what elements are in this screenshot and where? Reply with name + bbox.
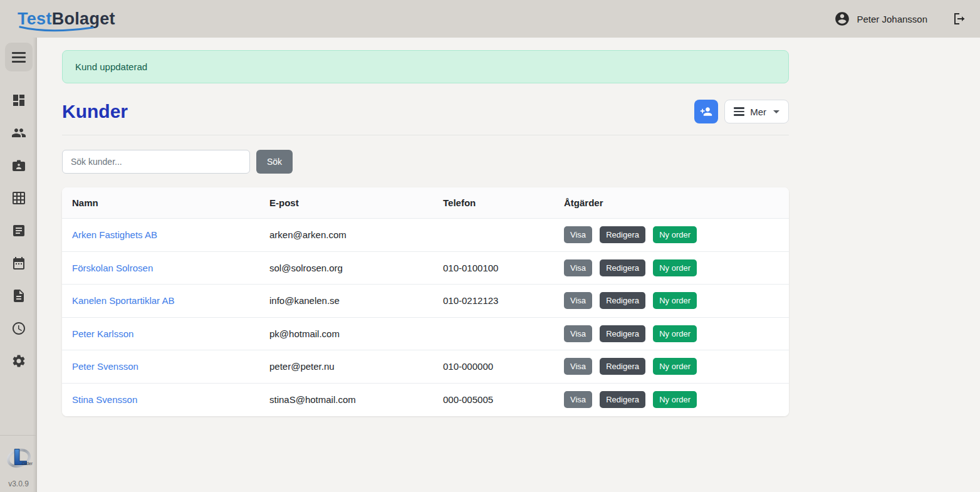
column-header-email: E-post [259, 187, 433, 218]
logout-icon [951, 11, 966, 26]
article-icon[interactable] [11, 223, 26, 238]
sidebar-divider [0, 435, 37, 436]
table-row: Arken Fastighets AB arken@arken.com Visa… [62, 219, 789, 252]
customer-name-link[interactable]: Arken Fastighets AB [72, 229, 157, 240]
search-button[interactable]: Sök [256, 150, 293, 174]
customer-phone: 000-005005 [433, 394, 554, 405]
customer-name-link[interactable]: Stina Svensson [72, 394, 137, 405]
calendar-icon[interactable] [11, 256, 26, 271]
visa-button[interactable]: Visa [564, 226, 592, 243]
section-divider [62, 135, 789, 135]
badge-icon[interactable] [11, 158, 26, 173]
customer-name-link[interactable]: Peter Karlsson [72, 328, 133, 339]
table-row: Kanelen Sportartiklar AB info@kanelen.se… [62, 285, 789, 318]
table-row: Förskolan Solrosen sol@solrosen.org 010-… [62, 252, 789, 285]
clock-icon[interactable] [11, 321, 26, 336]
ny-order-button[interactable]: Ny order [653, 358, 697, 375]
people-icon[interactable] [11, 125, 26, 140]
user-area: Peter Johansson [834, 11, 966, 27]
customers-table: Namn E-post Telefon Åtgärder Arken Fasti… [62, 187, 789, 416]
visa-button[interactable]: Visa [564, 358, 592, 375]
menu-toggle-button[interactable] [5, 43, 33, 71]
customer-email: sol@solrosen.org [259, 263, 433, 273]
customer-name-link[interactable]: Peter Svensson [72, 361, 138, 372]
settings-icon[interactable] [11, 353, 26, 369]
top-bar: TestBolaget Peter Johansson [0, 0, 980, 38]
user-name: Peter Johansson [857, 14, 927, 24]
sidebar-nav [0, 93, 37, 369]
account-circle-icon [834, 11, 850, 27]
customer-phone: 010-000000 [433, 361, 554, 372]
redigera-button[interactable]: Redigera [600, 391, 645, 408]
column-header-phone: Telefon [433, 187, 554, 218]
redigera-button[interactable]: Redigera [600, 325, 645, 342]
more-button-label: Mer [750, 107, 766, 117]
customer-name-link[interactable]: Förskolan Solrosen [72, 263, 153, 273]
version-label: v3.0.9 [0, 479, 37, 488]
list-icon [734, 107, 744, 116]
page-title: Kunder [62, 101, 128, 122]
more-button[interactable]: Mer [724, 100, 789, 123]
redigera-button[interactable]: Redigera [600, 259, 645, 276]
logo-swoosh [19, 26, 95, 33]
ny-order-button[interactable]: Ny order [653, 391, 697, 408]
sidebar: Order v3.0.9 [0, 38, 37, 492]
logout-button[interactable] [951, 11, 966, 26]
menu-icon [12, 52, 26, 54]
customer-email: stinaS@hotmail.com [259, 394, 433, 405]
customer-phone: 010-0212123 [433, 295, 554, 306]
visa-button[interactable]: Visa [564, 259, 592, 276]
customer-email: peter@peter.nu [259, 361, 433, 372]
ny-order-button[interactable]: Ny order [653, 259, 697, 276]
person-add-icon [700, 105, 712, 118]
ny-order-button[interactable]: Ny order [653, 226, 697, 243]
visa-button[interactable]: Visa [564, 325, 592, 342]
customer-email: pk@hotmail.com [259, 328, 433, 339]
dashboard-icon[interactable] [11, 93, 26, 108]
table-header-row: Namn E-post Telefon Åtgärder [62, 187, 789, 219]
table-row: Stina Svensson stinaS@hotmail.com 000-00… [62, 384, 789, 417]
ny-order-button[interactable]: Ny order [653, 292, 697, 309]
grid-icon[interactable] [11, 191, 26, 206]
success-alert: Kund uppdaterad [62, 50, 789, 83]
alert-message: Kund uppdaterad [75, 61, 147, 72]
chevron-down-icon [773, 110, 779, 113]
table-row: Peter Svensson peter@peter.nu 010-000000… [62, 350, 789, 384]
customer-email: info@kanelen.se [259, 295, 433, 306]
app-logo[interactable]: TestBolaget [18, 11, 115, 28]
customer-name-link[interactable]: Kanelen Sportartiklar AB [72, 295, 174, 306]
main-content: Kund uppdaterad Kunder Mer Sök Nam [37, 38, 980, 492]
visa-button[interactable]: Visa [564, 292, 592, 309]
add-customer-button[interactable] [694, 100, 718, 123]
table-body: Arken Fastighets AB arken@arken.com Visa… [62, 219, 789, 416]
redigera-button[interactable]: Redigera [600, 292, 645, 309]
redigera-button[interactable]: Redigera [600, 358, 645, 375]
svg-text:Order: Order [21, 461, 33, 466]
column-header-actions: Åtgärder [554, 187, 789, 218]
search-input[interactable] [62, 150, 250, 174]
visa-button[interactable]: Visa [564, 391, 592, 408]
app-badge-logo: Order [4, 443, 33, 472]
redigera-button[interactable]: Redigera [600, 226, 645, 243]
customer-phone: 010-0100100 [433, 263, 554, 273]
document-icon[interactable] [11, 288, 26, 303]
ny-order-button[interactable]: Ny order [653, 325, 697, 342]
sidebar-footer: Order v3.0.9 [0, 435, 37, 492]
customer-email: arken@arken.com [259, 229, 433, 240]
table-row: Peter Karlsson pk@hotmail.com Visa Redig… [62, 318, 789, 351]
column-header-name: Namn [62, 187, 259, 218]
